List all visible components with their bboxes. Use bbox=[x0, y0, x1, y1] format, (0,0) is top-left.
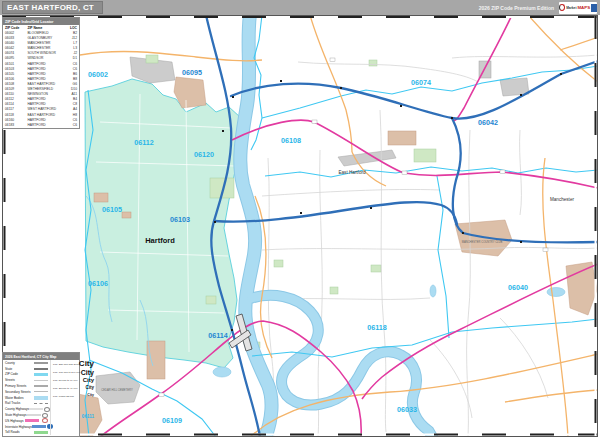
zip-label: 06095 bbox=[182, 68, 202, 77]
logo-text-market: Market bbox=[566, 6, 576, 10]
logo-text-maps: MAPS bbox=[577, 5, 590, 10]
legend-city-size: Pop. 25,000 to 49,999City bbox=[51, 384, 96, 392]
legend-city-size: Pop. Under 25,000City bbox=[51, 392, 96, 400]
legend-city-size: Pop. 250,000 and OverCity bbox=[51, 360, 96, 368]
zip-label: 06033 bbox=[397, 405, 417, 414]
legend-city-size: Pop. 50,000 to 99,999City bbox=[51, 376, 96, 384]
zip-index-title: ZIP Code Index/Grid Locator bbox=[3, 18, 79, 25]
zip-label: 06118 bbox=[367, 323, 387, 332]
title-bar: EAST HARTFORD, CT 2026 ZIP Code Premium … bbox=[0, 0, 600, 15]
legend-title: 2026 East Hartford, CT City Map bbox=[3, 353, 79, 360]
zip-label: 06106 bbox=[88, 279, 108, 288]
zip-label: 06040 bbox=[508, 283, 528, 292]
city-label: Hartford bbox=[145, 236, 175, 245]
city-label: East Hartford bbox=[338, 170, 366, 175]
city-label: Manchester bbox=[550, 197, 574, 202]
feature-label: MANCHESTER COUNTRY CLUB bbox=[462, 240, 503, 244]
zip-label: 06108 bbox=[281, 136, 301, 145]
zip-table-row: 06183HARTFORDC6 bbox=[3, 123, 79, 128]
zip-label: 06103 bbox=[170, 215, 190, 224]
legend-city-size: Pop. 100,000 to 249,999City bbox=[51, 368, 96, 376]
zip-label: 06112 bbox=[134, 138, 154, 147]
map-sheet: 06002 06095 06074 06042 06112 06120 0610… bbox=[0, 0, 600, 439]
legend-items: CountyStateZIP CodeStreetsPrimary Street… bbox=[3, 360, 50, 435]
zip-label: 06074 bbox=[411, 78, 431, 87]
legend-panel: 2026 East Hartford, CT City Map CountySt… bbox=[2, 352, 80, 437]
map-title: EAST HARTFORD, CT bbox=[2, 1, 103, 14]
legend-city-sizes: Pop. 250,000 and OverCityPop. 100,000 to… bbox=[50, 360, 96, 435]
zip-index-table: ZIP CodeZIP NameLOC 06002BLOOMFIELDB2060… bbox=[3, 25, 79, 128]
zip-table-body: 06002BLOOMFIELDB206033GLASTONBURYJ120604… bbox=[3, 31, 79, 128]
zip-label: 06002 bbox=[88, 70, 108, 79]
logo-globe-icon bbox=[559, 4, 565, 11]
legend-item: Toll Roads bbox=[3, 430, 50, 436]
edition-label: 2026 ZIP Code Premium Edition bbox=[479, 5, 554, 11]
feature-label: CEDAR HILL CEMETERY bbox=[101, 388, 133, 392]
zip-label: 06120 bbox=[194, 150, 214, 159]
zip-index-panel: ZIP Code Index/Grid Locator ZIP CodeZIP … bbox=[2, 17, 80, 129]
highway-shield-icon bbox=[42, 413, 48, 418]
logo-chip bbox=[591, 4, 597, 12]
publisher-logo: Market MAPS bbox=[559, 2, 597, 14]
legend-body: CountyStateZIP CodeStreetsPrimary Street… bbox=[3, 360, 79, 435]
zip-label: 06114 bbox=[208, 331, 228, 340]
zip-label: 06105 bbox=[102, 205, 122, 214]
zip-label: 06042 bbox=[478, 118, 498, 127]
zip-label: 06109 bbox=[162, 416, 182, 425]
highway-shield-icon bbox=[42, 418, 48, 423]
